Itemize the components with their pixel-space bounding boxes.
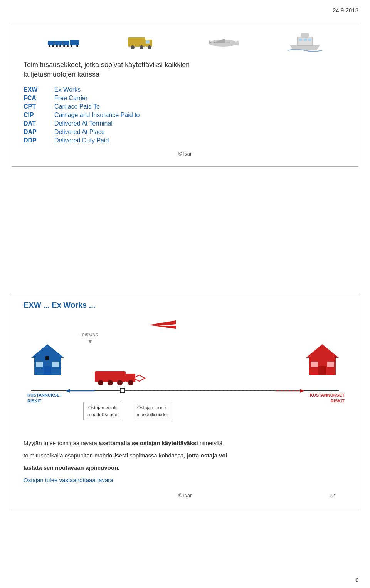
incoterm-name-cip: Carriage and Insurance Paid to [54, 112, 140, 119]
truck-icon [128, 34, 155, 51]
svg-rect-22 [45, 356, 49, 360]
transport-icons [24, 31, 346, 54]
incoterm-row-fca: FCA Free Carrier [24, 95, 346, 102]
svg-point-30 [98, 380, 103, 385]
copyright-bottom: © lt/ar [24, 493, 346, 498]
svg-point-31 [108, 380, 113, 385]
incoterm-code-cpt: CPT [24, 103, 54, 110]
plane-icon [204, 32, 239, 53]
incoterm-name-ddp: Delivered Duty Paid [54, 137, 109, 144]
incoterm-name-exw: Ex Works [54, 86, 81, 93]
slide-title: EXW ... Ex Works ... [24, 301, 346, 310]
incoterm-name-dat: Delivered At Terminal [54, 120, 113, 127]
svg-point-2 [131, 45, 135, 49]
copyright-top: © lt/ar [24, 151, 346, 157]
svg-rect-26 [311, 362, 318, 367]
slide-top-title: Toimitusausekkeet, jotka sopivat käytett… [24, 60, 346, 79]
svg-marker-38 [300, 389, 304, 393]
svg-marker-23 [306, 344, 339, 358]
incoterms-table: EXW Ex Works FCA Free Carrier CPT Carria… [24, 86, 346, 144]
kust-riskit-right: KUSTANNUKSET RISKIT [310, 392, 345, 404]
svg-rect-13 [299, 39, 302, 41]
svg-rect-11 [297, 37, 313, 45]
incoterm-name-cpt: Carriace Paid To [54, 103, 100, 110]
seller-house [31, 342, 64, 379]
svg-rect-14 [304, 39, 307, 41]
svg-rect-0 [128, 37, 145, 47]
svg-rect-15 [308, 39, 311, 41]
svg-point-32 [117, 380, 123, 385]
incoterm-name-dap: Delivered At Place [54, 129, 105, 136]
incoterm-code-fca: FCA [24, 95, 54, 102]
train-icon [48, 40, 79, 45]
exw-para1: Myyjän tulee toimittaa tavara asettamall… [24, 439, 346, 448]
exw-para3: lastata sen noutavaan ajoneuvoon. [24, 463, 346, 472]
svg-marker-16 [149, 320, 176, 329]
svg-rect-27 [327, 362, 334, 367]
buyer-house [306, 342, 339, 379]
incoterm-row-ddp: DDP Delivered Duty Paid [24, 137, 346, 144]
left-arrow-icon [66, 388, 97, 395]
ship-icon [288, 31, 322, 54]
svg-marker-36 [66, 389, 70, 393]
svg-point-4 [148, 45, 151, 49]
toimitus-arrow-icon: ▼ [87, 338, 93, 345]
slide-page-number: 12 [330, 493, 335, 498]
incoterm-name-fca: Free Carrier [54, 95, 87, 102]
dashed-boundary-line [124, 390, 300, 391]
svg-rect-25 [318, 366, 326, 375]
incoterm-row-cip: CIP Carriage and Insurance Paid to [24, 112, 346, 119]
delivery-point-marker [120, 388, 125, 393]
incoterm-row-exw: EXW Ex Works [24, 86, 346, 93]
svg-point-3 [140, 45, 143, 49]
svg-rect-20 [36, 362, 43, 367]
page-number: 6 [355, 577, 358, 583]
svg-point-33 [128, 380, 133, 385]
incoterm-row-dap: DAP Delivered At Place [24, 129, 346, 136]
slide-bottom: EXW ... Ex Works ... Toimitus ▼ [12, 293, 358, 510]
info-boxes-row: Ostajan vienti- muodollisuudet Ostajan t… [83, 402, 172, 420]
svg-rect-12 [301, 33, 309, 38]
red-plane-icon [147, 317, 178, 334]
toimitus-label: Toimitus [79, 331, 98, 338]
exw-para4: Ostajan tulee vastaanottaaa tavara [24, 476, 346, 485]
incoterm-code-dat: DAT [24, 120, 54, 127]
red-vehicle-icon [93, 367, 147, 390]
exw-para2: toimituspaikalla osapuolten mahdollisest… [24, 451, 346, 460]
svg-rect-5 [146, 40, 150, 44]
svg-rect-21 [52, 362, 59, 367]
svg-marker-17 [31, 344, 64, 358]
incoterm-code-dap: DAP [24, 129, 54, 136]
incoterm-code-cip: CIP [24, 112, 54, 119]
export-customs-box: Ostajan vienti- muodollisuudet [83, 402, 123, 420]
exw-diagram: Toimitus ▼ [24, 317, 346, 433]
slide-top: Toimitusausekkeet, jotka sopivat käytett… [12, 23, 358, 167]
right-arrow-icon [273, 388, 304, 395]
incoterm-code-exw: EXW [24, 86, 54, 93]
import-customs-box: Ostajan tuonti- muodollisuudet [133, 402, 172, 420]
svg-rect-19 [44, 366, 51, 375]
incoterm-code-ddp: DDP [24, 137, 54, 144]
page-date: 24.9.2013 [333, 7, 358, 13]
kust-riskit-left: KUSTANNUKSET RISKIT [27, 392, 62, 404]
incoterm-row-dat: DAT Delivered At Terminal [24, 120, 346, 127]
incoterm-row-cpt: CPT Carriace Paid To [24, 103, 346, 110]
